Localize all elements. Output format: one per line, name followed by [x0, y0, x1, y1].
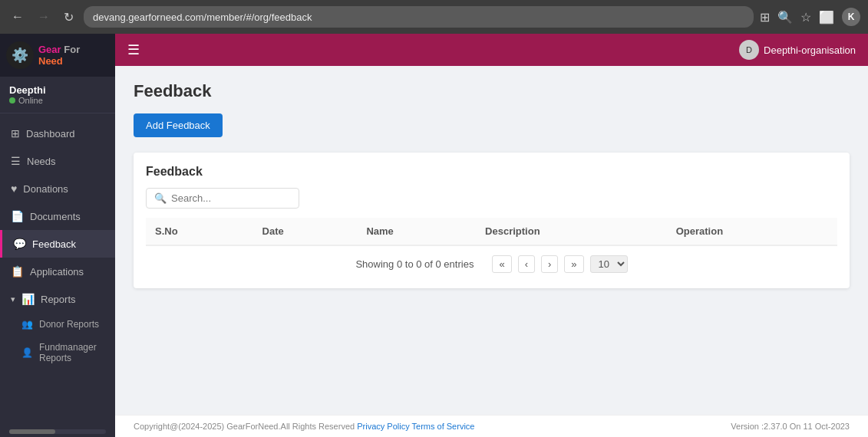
topbar-org: D Deepthi-organisation — [739, 40, 856, 60]
sidebar-item-label: Dashboard — [26, 128, 75, 140]
sidebar-item-documents[interactable]: 📄 Documents — [0, 202, 115, 230]
sidebar-item-label: Donations — [23, 183, 68, 195]
bookmark-button[interactable]: ☆ — [800, 10, 811, 25]
forward-button[interactable]: → — [34, 8, 54, 25]
table-header: S.No Date Name Description Operation — [146, 218, 837, 245]
sidebar-item-fundmanager-reports[interactable]: 👤 Fundmanager Reports — [0, 336, 115, 370]
topbar-menu-icon[interactable]: ☰ — [127, 41, 140, 58]
sidebar-item-donations[interactable]: ♥ Donations — [0, 175, 115, 202]
terms-link[interactable]: Terms of Service — [412, 422, 475, 431]
profile-button[interactable]: ⬜ — [819, 10, 834, 25]
sidebar-status: Online — [9, 96, 106, 105]
back-button[interactable]: ← — [8, 8, 28, 25]
browser-user-avatar[interactable]: K — [842, 8, 860, 26]
sidebar-item-label: Needs — [27, 156, 56, 167]
extensions-button[interactable]: ⊞ — [760, 10, 770, 25]
needs-icon: ☰ — [11, 155, 21, 167]
browser-icons: ⊞ 🔍 ☆ ⬜ K — [760, 8, 860, 26]
sidebar-item-label: Feedback — [32, 238, 76, 250]
pagination-info: Showing 0 to 0 of 0 entries — [355, 258, 474, 270]
sidebar-item-label: Reports — [41, 294, 76, 305]
sidebar-item-donor-reports[interactable]: 👥 Donor Reports — [0, 313, 115, 336]
privacy-policy-link[interactable]: Privacy Policy — [357, 422, 409, 431]
sidebar-item-dashboard[interactable]: ⊞ Dashboard — [0, 120, 115, 147]
col-operation: Operation — [667, 218, 837, 245]
footer-left: Copyright@(2024-2025) GearForNeed.All Ri… — [134, 422, 474, 431]
fundmanager-reports-icon: 👤 — [21, 347, 33, 358]
sidebar-username: Deepthi — [9, 84, 106, 96]
col-sno: S.No — [146, 218, 253, 245]
table-header-row: S.No Date Name Description Operation — [146, 218, 837, 245]
donations-icon: ♥ — [11, 182, 17, 195]
table-section-title: Feedback — [146, 165, 837, 179]
topbar-left: ☰ — [127, 41, 140, 58]
col-name: Name — [357, 218, 476, 245]
sidebar-brand: Gear ForNeed — [38, 44, 80, 67]
sidebar-scrollbar-track — [9, 429, 106, 434]
sidebar-item-label: Documents — [30, 211, 81, 222]
pagination-prev-button[interactable]: ‹ — [518, 255, 535, 273]
page-size-select[interactable]: 10 25 50 — [590, 255, 628, 273]
search-bar: 🔍 — [146, 188, 299, 209]
feedback-icon: 💬 — [13, 238, 26, 250]
sidebar-user-section: Deepthi Online — [0, 77, 115, 113]
page-title: Feedback — [134, 81, 850, 101]
dashboard-icon: ⊞ — [11, 127, 20, 140]
browser-chrome: ← → ↻ ⊞ 🔍 ☆ ⬜ K — [0, 0, 868, 34]
status-dot — [9, 97, 15, 104]
donor-reports-icon: 👥 — [21, 319, 33, 330]
sidebar-nav: ⊞ Dashboard ☰ Needs ♥ Donations 📄 Docume… — [0, 113, 115, 426]
sidebar-scrollbar-thumb[interactable] — [9, 429, 55, 434]
reports-expand-icon: ▾ — [11, 294, 15, 304]
zoom-button[interactable]: 🔍 — [777, 10, 793, 25]
logo-circle: ⚙️ — [6, 41, 34, 69]
brand-name: Gear ForNeed — [38, 44, 80, 67]
sidebar-item-needs[interactable]: ☰ Needs — [0, 147, 115, 175]
reload-button[interactable]: ↻ — [60, 8, 78, 26]
pagination-row: Showing 0 to 0 of 0 entries « ‹ › » 10 2… — [146, 246, 837, 276]
feedback-table: S.No Date Name Description Operation — [146, 218, 837, 246]
sidebar-item-feedback[interactable]: 💬 Feedback — [0, 230, 115, 258]
pagination-last-button[interactable]: » — [564, 255, 583, 273]
topbar: ☰ D Deepthi-organisation — [115, 34, 868, 66]
table-section: Feedback 🔍 S.No Date Name Description Op… — [134, 153, 850, 288]
sidebar-item-applications[interactable]: 📋 Applications — [0, 258, 115, 285]
reports-icon: 📊 — [21, 293, 35, 305]
app-container: ⚙️ Gear ForNeed Deepthi Online ⊞ Dashboa… — [0, 34, 868, 437]
pagination-first-button[interactable]: « — [492, 255, 511, 273]
topbar-right: D Deepthi-organisation — [739, 40, 856, 60]
sidebar-header: ⚙️ Gear ForNeed — [0, 34, 115, 77]
pagination-next-button[interactable]: › — [541, 255, 558, 273]
sidebar-item-reports[interactable]: ▾ 📊 Reports — [0, 285, 115, 313]
topbar-org-avatar: D — [739, 40, 759, 60]
applications-icon: 📋 — [11, 265, 24, 278]
footer-copyright: Copyright@(2024-2025) GearForNeed.All Ri… — [134, 422, 357, 431]
sidebar: ⚙️ Gear ForNeed Deepthi Online ⊞ Dashboa… — [0, 34, 115, 437]
col-description: Description — [476, 218, 667, 245]
topbar-org-name: Deepthi-organisation — [764, 44, 856, 56]
content-area: Feedback Add Feedback Feedback 🔍 S.No Da… — [115, 66, 868, 415]
col-date: Date — [253, 218, 358, 245]
url-bar[interactable] — [84, 6, 754, 28]
footer: Copyright@(2024-2025) GearForNeed.All Ri… — [115, 415, 868, 437]
search-input[interactable] — [171, 192, 291, 204]
sidebar-sub-item-label: Donor Reports — [39, 319, 99, 330]
documents-icon: 📄 — [11, 210, 24, 222]
search-icon: 🔍 — [154, 192, 167, 204]
sidebar-sub-item-label: Fundmanager Reports — [39, 342, 104, 363]
add-feedback-button[interactable]: Add Feedback — [134, 113, 223, 137]
sidebar-item-label: Applications — [30, 266, 84, 278]
main-content: ☰ D Deepthi-organisation Feedback Add Fe… — [115, 34, 868, 437]
status-text: Online — [18, 96, 43, 105]
footer-version: Version :2.37.0 On 11 Oct-2023 — [731, 422, 850, 431]
